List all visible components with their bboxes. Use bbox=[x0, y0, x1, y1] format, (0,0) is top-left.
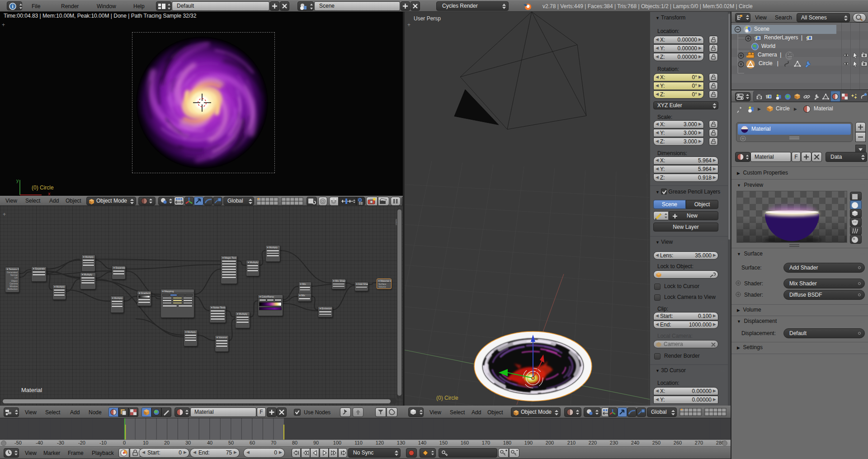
svg-text:y: y bbox=[16, 178, 19, 183]
svg-text:i: i bbox=[12, 4, 13, 9]
